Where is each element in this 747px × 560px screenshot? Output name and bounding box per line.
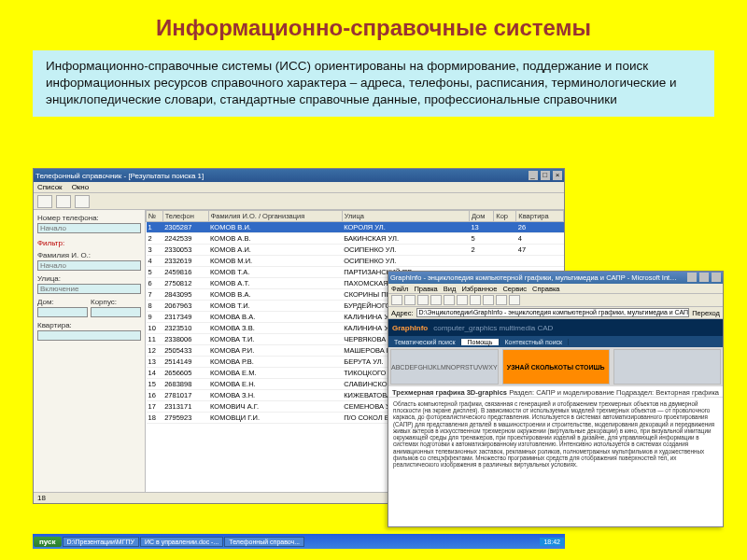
table-cell: 2323510 bbox=[162, 323, 208, 334]
toolbar-button[interactable] bbox=[37, 195, 52, 208]
table-cell: 2317349 bbox=[162, 312, 208, 323]
close-icon[interactable] bbox=[712, 273, 721, 282]
table-row[interactable]: 32330053КОМОВ А.И.ОСИПЕНКО УЛ.247 bbox=[147, 245, 564, 256]
menu-item[interactable]: Сервис bbox=[502, 285, 527, 293]
mail-icon[interactable] bbox=[496, 295, 507, 305]
table-cell: 2338006 bbox=[162, 334, 208, 345]
table-cell: КОМОВА Т.И. bbox=[208, 334, 342, 345]
table-cell: 7 bbox=[147, 289, 163, 301]
browser-window: GraphInfo - энциклопедия компьютерной гр… bbox=[388, 271, 724, 527]
table-cell: 3 bbox=[147, 245, 163, 256]
table-cell: 6 bbox=[147, 278, 163, 289]
column-header[interactable]: Телефон bbox=[162, 211, 208, 222]
minimize-icon[interactable]: _ bbox=[529, 171, 538, 180]
table-cell: КОМОВ В.И. bbox=[208, 222, 342, 233]
table-cell: 5 bbox=[147, 267, 163, 278]
menu-item[interactable]: Окно bbox=[72, 183, 90, 191]
refresh-icon[interactable] bbox=[430, 295, 442, 305]
table-cell: 2332619 bbox=[162, 256, 208, 267]
favorites-icon[interactable] bbox=[470, 295, 481, 305]
table-cell: КОМОВА В.А. bbox=[208, 312, 342, 323]
table-cell: 2750812 bbox=[162, 278, 208, 289]
menu-item[interactable]: Файл bbox=[391, 285, 408, 293]
column-header[interactable]: Улица bbox=[342, 211, 469, 222]
tab-thematic-search[interactable]: Тематический поиск bbox=[388, 339, 461, 345]
table-cell: 14 bbox=[147, 368, 163, 379]
column-header[interactable]: № bbox=[147, 211, 163, 222]
column-header[interactable]: Кор bbox=[494, 211, 516, 222]
table-cell: 2505433 bbox=[162, 345, 208, 357]
menu-item[interactable]: Вид bbox=[444, 285, 457, 293]
address-input[interactable]: D:\Энциклопедии\GraphInfo - энциклопедия… bbox=[416, 308, 690, 317]
maximize-icon[interactable]: □ bbox=[541, 171, 550, 180]
house-input[interactable] bbox=[37, 307, 88, 317]
filter-label: Фильтр: bbox=[37, 239, 141, 247]
column-header[interactable]: Фамилия И.О. / Организация bbox=[208, 211, 342, 222]
search-icon[interactable] bbox=[457, 295, 468, 305]
table-row[interactable]: 12305287КОМОВ В.И.КОРОЛЯ УЛ.1326 bbox=[147, 222, 564, 233]
browser-toolbar bbox=[388, 294, 723, 307]
back-icon[interactable] bbox=[391, 295, 402, 305]
phone-input[interactable] bbox=[37, 223, 141, 233]
brand-name: GraphInfo bbox=[392, 324, 428, 332]
table-cell: КОМОВЦИ Г.И. bbox=[208, 413, 342, 424]
article-title: Трехмерная графика 3D-graphics bbox=[392, 388, 507, 397]
table-cell: 1 bbox=[147, 222, 163, 233]
phone-label: Номер телефона: bbox=[37, 214, 141, 222]
minimize-icon[interactable] bbox=[687, 273, 697, 282]
home-icon[interactable] bbox=[444, 295, 455, 305]
start-button[interactable]: пуск bbox=[34, 537, 62, 547]
hero-panel-right bbox=[613, 349, 721, 385]
taskbar-item[interactable]: D:\Презентации\МГПУ bbox=[63, 537, 139, 547]
column-header[interactable]: Дом bbox=[469, 211, 493, 222]
menu-item[interactable]: Справка bbox=[532, 285, 559, 293]
table-cell: 4 bbox=[516, 233, 564, 245]
window-controls[interactable]: _ □ × bbox=[528, 171, 562, 180]
go-button[interactable]: Переход bbox=[692, 309, 720, 317]
app2-title: GraphInfo - энциклопедия компьютерной гр… bbox=[390, 273, 680, 282]
app1-menubar: Список Окно bbox=[34, 182, 564, 193]
promo-banner[interactable]: УЗНАЙ СКОЛЬКО ТЫ СТОИШЬ bbox=[502, 349, 610, 385]
fio-input[interactable] bbox=[37, 260, 141, 271]
street-input[interactable] bbox=[37, 284, 141, 294]
taskbar: пуск D:\Презентации\МГПУ ИС в управлении… bbox=[33, 534, 565, 549]
table-cell: 2242539 bbox=[162, 233, 208, 245]
table-cell: КОМОВ Т.И. bbox=[208, 301, 342, 312]
print-icon[interactable] bbox=[509, 295, 520, 305]
close-icon[interactable]: × bbox=[553, 171, 562, 180]
menu-item[interactable]: Избранное bbox=[461, 285, 497, 293]
table-cell: КОМОВА Е.Н. bbox=[208, 379, 342, 390]
system-tray[interactable]: 18:42 bbox=[540, 538, 564, 546]
app1-title: Телефонный справочник - [Результаты поис… bbox=[35, 172, 204, 180]
taskbar-item[interactable]: ИС в управлении.doc -... bbox=[140, 537, 223, 547]
maximize-icon[interactable] bbox=[699, 273, 709, 282]
menu-item[interactable]: Правка bbox=[414, 285, 437, 293]
table-row[interactable]: 42332619КОМОВ М.И.ОСИПЕНКО УЛ. bbox=[147, 256, 564, 267]
printer-icon[interactable] bbox=[75, 195, 90, 208]
forward-icon[interactable] bbox=[404, 295, 416, 305]
table-cell bbox=[494, 233, 516, 245]
table-cell: 17 bbox=[147, 401, 163, 413]
app1-toolbar bbox=[34, 193, 564, 210]
toolbar-button[interactable] bbox=[56, 195, 71, 208]
table-cell: 2 bbox=[469, 245, 493, 256]
table-cell: 4 bbox=[147, 256, 163, 267]
house-label: Дом: bbox=[37, 298, 88, 306]
block-input[interactable] bbox=[91, 307, 141, 317]
taskbar-item[interactable]: Телефонный справоч... bbox=[224, 537, 304, 547]
table-cell: 2795923 bbox=[162, 413, 208, 424]
table-cell: 13 bbox=[469, 222, 493, 233]
table-row[interactable]: 22242539КОМОВ А.В.БАКИНСКАЯ УЛ.54 bbox=[147, 233, 564, 245]
column-header[interactable]: Квартира bbox=[516, 211, 564, 222]
menu-item[interactable]: Список bbox=[37, 183, 63, 191]
tab-context-search[interactable]: Контекстный поиск bbox=[500, 339, 570, 345]
browser-menubar: Файл Правка Вид Избранное Сервис Справка bbox=[388, 284, 723, 294]
section-path: Раздел: САПР и моделирование Подраздел: … bbox=[509, 388, 719, 397]
history-icon[interactable] bbox=[483, 295, 494, 305]
window-controls[interactable] bbox=[686, 273, 721, 284]
tab-help[interactable]: Помощь bbox=[461, 339, 499, 345]
flat-input[interactable] bbox=[37, 330, 141, 341]
table-cell: КОМОВА Е.М. bbox=[208, 368, 342, 379]
street-label: Улица: bbox=[37, 274, 141, 283]
stop-icon[interactable] bbox=[417, 295, 429, 305]
